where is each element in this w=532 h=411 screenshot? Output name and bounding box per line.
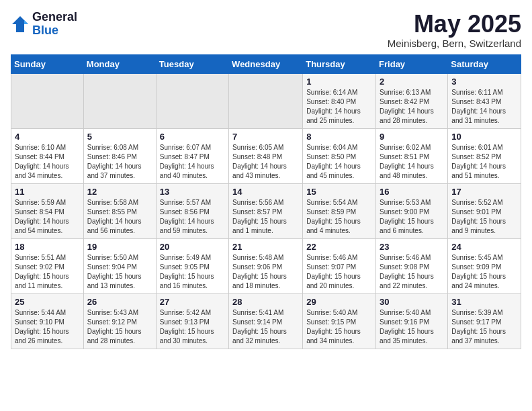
calendar-cell: 13Sunrise: 5:57 AMSunset: 8:56 PMDayligh… [156,183,228,238]
logo: General Blue [11,11,77,38]
title-block: May 2025 Meinisberg, Bern, Switzerland [388,11,521,49]
day-info: Sunrise: 5:43 AMSunset: 9:12 PMDaylight:… [87,308,152,346]
calendar-cell: 12Sunrise: 5:58 AMSunset: 8:55 PMDayligh… [83,183,156,238]
week-row-1: 1Sunrise: 6:14 AMSunset: 8:40 PMDaylight… [11,73,521,128]
location: Meinisberg, Bern, Switzerland [388,38,521,49]
calendar-cell: 19Sunrise: 5:50 AMSunset: 9:04 PMDayligh… [83,238,156,293]
day-info: Sunrise: 6:10 AMSunset: 8:44 PMDaylight:… [15,143,80,181]
calendar-cell: 11Sunrise: 5:59 AMSunset: 8:54 PMDayligh… [11,183,84,238]
day-number: 10 [451,132,517,142]
day-number: 30 [380,297,444,307]
day-info: Sunrise: 6:14 AMSunset: 8:40 PMDaylight:… [306,88,372,126]
week-row-5: 25Sunrise: 5:44 AMSunset: 9:10 PMDayligh… [11,293,521,349]
page-header: General Blue May 2025 Meinisberg, Bern, … [11,11,521,49]
day-number: 24 [451,242,517,252]
day-info: Sunrise: 5:46 AMSunset: 9:08 PMDaylight:… [380,253,444,291]
day-header-sunday: Sunday [11,54,84,73]
day-info: Sunrise: 5:50 AMSunset: 9:04 PMDaylight:… [87,253,152,291]
day-number: 31 [451,297,517,307]
day-number: 23 [380,242,444,252]
calendar-cell: 20Sunrise: 5:49 AMSunset: 9:05 PMDayligh… [156,238,228,293]
calendar-cell: 26Sunrise: 5:43 AMSunset: 9:12 PMDayligh… [83,293,156,349]
day-info: Sunrise: 6:11 AMSunset: 8:43 PMDaylight:… [451,88,517,126]
calendar-cell: 21Sunrise: 5:48 AMSunset: 9:06 PMDayligh… [229,238,303,293]
day-number: 17 [451,187,517,197]
day-number: 1 [306,77,372,87]
day-info: Sunrise: 6:08 AMSunset: 8:46 PMDaylight:… [87,143,152,181]
day-number: 5 [87,132,152,142]
calendar-cell: 7Sunrise: 6:05 AMSunset: 8:48 PMDaylight… [229,128,303,183]
day-info: Sunrise: 5:46 AMSunset: 9:07 PMDaylight:… [306,253,372,291]
calendar-table: SundayMondayTuesdayWednesdayThursdayFrid… [11,54,521,349]
day-info: Sunrise: 5:45 AMSunset: 9:09 PMDaylight:… [451,253,517,291]
day-number: 20 [160,242,225,252]
day-number: 26 [87,297,152,307]
day-number: 7 [232,132,299,142]
days-header-row: SundayMondayTuesdayWednesdayThursdayFrid… [11,54,521,73]
day-header-thursday: Thursday [303,54,376,73]
day-number: 27 [160,297,225,307]
calendar-cell: 17Sunrise: 5:52 AMSunset: 9:01 PMDayligh… [448,183,521,238]
day-info: Sunrise: 5:59 AMSunset: 8:54 PMDaylight:… [15,198,80,236]
day-number: 21 [232,242,299,252]
day-info: Sunrise: 5:42 AMSunset: 9:13 PMDaylight:… [160,308,225,346]
day-info: Sunrise: 5:56 AMSunset: 8:57 PMDaylight:… [232,198,299,236]
day-number: 25 [15,297,80,307]
day-info: Sunrise: 5:54 AMSunset: 8:59 PMDaylight:… [306,198,372,236]
day-number: 9 [380,132,444,142]
week-row-3: 11Sunrise: 5:59 AMSunset: 8:54 PMDayligh… [11,183,521,238]
calendar-cell: 1Sunrise: 6:14 AMSunset: 8:40 PMDaylight… [303,73,376,128]
calendar-cell: 14Sunrise: 5:56 AMSunset: 8:57 PMDayligh… [229,183,303,238]
svg-marker-1 [24,20,28,24]
calendar-cell: 31Sunrise: 5:39 AMSunset: 9:17 PMDayligh… [448,293,521,349]
day-number: 3 [451,77,517,87]
day-number: 14 [232,187,299,197]
calendar-cell: 24Sunrise: 5:45 AMSunset: 9:09 PMDayligh… [448,238,521,293]
week-row-4: 18Sunrise: 5:51 AMSunset: 9:02 PMDayligh… [11,238,521,293]
day-header-saturday: Saturday [448,54,521,73]
day-number: 16 [380,187,444,197]
day-number: 29 [306,297,372,307]
day-header-friday: Friday [376,54,448,73]
calendar-cell [156,73,228,128]
day-header-monday: Monday [83,54,156,73]
calendar-cell: 25Sunrise: 5:44 AMSunset: 9:10 PMDayligh… [11,293,84,349]
logo-text: General Blue [32,11,77,38]
calendar-cell: 10Sunrise: 6:01 AMSunset: 8:52 PMDayligh… [448,128,521,183]
day-number: 28 [232,297,299,307]
day-number: 15 [306,187,372,197]
day-info: Sunrise: 6:05 AMSunset: 8:48 PMDaylight:… [232,143,299,181]
day-info: Sunrise: 5:49 AMSunset: 9:05 PMDaylight:… [160,253,225,291]
calendar-cell [229,73,303,128]
day-number: 22 [306,242,372,252]
month-title: May 2025 [388,11,521,38]
logo-icon [11,15,30,34]
calendar-cell: 23Sunrise: 5:46 AMSunset: 9:08 PMDayligh… [376,238,448,293]
day-info: Sunrise: 6:07 AMSunset: 8:47 PMDaylight:… [160,143,225,181]
calendar-cell: 28Sunrise: 5:41 AMSunset: 9:14 PMDayligh… [229,293,303,349]
calendar-cell: 22Sunrise: 5:46 AMSunset: 9:07 PMDayligh… [303,238,376,293]
calendar-cell: 5Sunrise: 6:08 AMSunset: 8:46 PMDaylight… [83,128,156,183]
day-number: 11 [15,187,80,197]
logo-general: General [32,11,77,24]
day-info: Sunrise: 5:58 AMSunset: 8:55 PMDaylight:… [87,198,152,236]
calendar-cell [11,73,84,128]
calendar-cell: 30Sunrise: 5:40 AMSunset: 9:16 PMDayligh… [376,293,448,349]
calendar-cell: 27Sunrise: 5:42 AMSunset: 9:13 PMDayligh… [156,293,228,349]
day-number: 13 [160,187,225,197]
calendar-cell: 8Sunrise: 6:04 AMSunset: 8:50 PMDaylight… [303,128,376,183]
day-info: Sunrise: 5:39 AMSunset: 9:17 PMDaylight:… [451,308,517,346]
day-info: Sunrise: 5:40 AMSunset: 9:16 PMDaylight:… [380,308,444,346]
calendar-cell: 15Sunrise: 5:54 AMSunset: 8:59 PMDayligh… [303,183,376,238]
day-info: Sunrise: 6:13 AMSunset: 8:42 PMDaylight:… [380,88,444,126]
calendar-cell [83,73,156,128]
calendar-cell: 9Sunrise: 6:02 AMSunset: 8:51 PMDaylight… [376,128,448,183]
day-number: 12 [87,187,152,197]
calendar-cell: 3Sunrise: 6:11 AMSunset: 8:43 PMDaylight… [448,73,521,128]
day-info: Sunrise: 5:51 AMSunset: 9:02 PMDaylight:… [15,253,80,291]
day-header-tuesday: Tuesday [156,54,228,73]
day-info: Sunrise: 5:40 AMSunset: 9:15 PMDaylight:… [306,308,372,346]
day-number: 18 [15,242,80,252]
day-number: 19 [87,242,152,252]
day-info: Sunrise: 6:01 AMSunset: 8:52 PMDaylight:… [451,143,517,181]
